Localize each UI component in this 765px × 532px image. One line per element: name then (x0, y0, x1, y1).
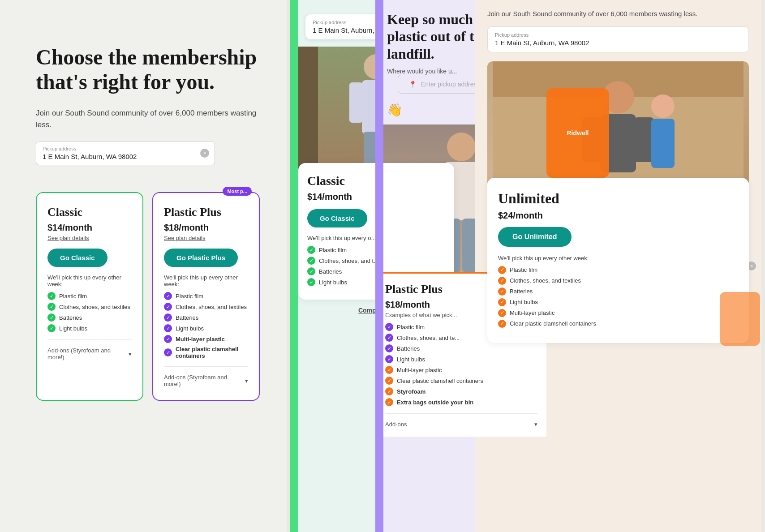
unlimited-feature-5: ✓ Multi-layer plastic (498, 309, 738, 317)
check-icon: ✓ (164, 313, 172, 322)
check-icon: ✓ (385, 334, 393, 342)
unlimited-card: Unlimited $24/month Go Unlimited We'll p… (487, 178, 749, 343)
main-panel: Choose the membership that's right for y… (0, 0, 287, 532)
panel2-go-classic-button[interactable]: Go Classic (307, 209, 367, 227)
unlimited-pickup-text: We'll pick this up every other week: (498, 255, 738, 262)
panel4-address-value: 1 E Main St, Auburn, WA 98002 (495, 39, 589, 47)
panel4-photo: Ridwell (487, 61, 749, 187)
page-subtitle: Join our South Sound community of over 6… (36, 107, 260, 130)
panel4-address-bar[interactable]: Pickup address 1 E Main St, Auburn, WA 9… (487, 26, 749, 52)
purple-accent-bar (375, 0, 383, 532)
panel3-pp-f4: ✓ Light bulbs (385, 355, 537, 363)
panel3-pp-f7: ✓ Styrofoam (385, 387, 537, 395)
plastic-plus-addons-row[interactable]: Add-ons (Styrofoam and more!) ▾ (164, 374, 248, 387)
panel4-address-label: Pickup address (495, 32, 589, 38)
classic-feature-2: ✓ Clothes, shoes, and textiles (47, 303, 132, 311)
classic-plan-name: Classic (47, 206, 132, 219)
check-icon: ✓ (307, 278, 315, 286)
classic-pickup-text: We'll pick this up every other week: (47, 274, 132, 287)
check-icon: ✓ (307, 267, 315, 275)
svg-point-10 (447, 133, 476, 161)
check-icon: ✓ (47, 292, 56, 300)
check-icon: ✓ (164, 324, 172, 332)
unlimited-feature-4: ✓ Light bulbs (498, 298, 738, 306)
classic-feature-1: ✓ Plastic film (47, 292, 132, 300)
svg-rect-30 (720, 292, 760, 346)
check-icon: ✓ (307, 246, 315, 254)
plastic-plus-plan-name: Plastic Plus (164, 206, 248, 219)
check-icon: ✓ (164, 335, 172, 343)
chevron-down-icon: ▾ (129, 351, 132, 357)
most-popular-badge: Most p... (223, 187, 252, 196)
plastic-plus-plan-card: Most p... Plastic Plus $18/month See pla… (152, 192, 260, 401)
check-icon: ✓ (47, 324, 56, 332)
check-icon: ✓ (498, 277, 506, 285)
pp-feature-5: ✓ Multi-layer plastic (164, 335, 248, 343)
plan-cards-row: Classic $14/month See plan details Go Cl… (36, 192, 260, 401)
check-icon: ✓ (385, 366, 393, 374)
check-icon: ✓ (47, 313, 56, 322)
page-title: Choose the membership that's right for y… (36, 45, 260, 94)
unlimited-feature-2: ✓ Clothes, shoes, and textiles (498, 277, 738, 285)
unlimited-feature-3: ✓ Batteries (498, 287, 738, 296)
classic-plan-card: Classic $14/month See plan details Go Cl… (36, 192, 143, 401)
pp-feature-4: ✓ Light bulbs (164, 324, 248, 332)
classic-feature-4: ✓ Light bulbs (47, 324, 132, 332)
check-icon: ✓ (385, 355, 393, 363)
panel3-pp-f6: ✓ Clear plastic clamshell containers (385, 377, 537, 385)
address-value: 1 E Main St, Auburn, WA 98002 (43, 153, 208, 160)
classic-details-link[interactable]: See plan details (47, 235, 132, 241)
svg-rect-27 (651, 119, 675, 168)
bag-svg (718, 287, 761, 350)
chevron-down-icon: ▾ (245, 378, 248, 384)
panel4-photo-svg: Ridwell (487, 61, 749, 187)
classic-addons-row[interactable]: Add-ons (Styrofoam and more!) ▾ (47, 347, 132, 360)
classic-plan-price: $14/month (47, 223, 132, 233)
location-pin-icon: 📍 (409, 81, 417, 88)
svg-text:Ridwell: Ridwell (567, 129, 589, 137)
plastic-plus-pickup-text: We'll pick this up every other week: (164, 274, 248, 287)
go-unlimited-button[interactable]: Go Unlimited (498, 227, 572, 247)
address-label: Pickup address (43, 146, 208, 151)
panel3-pp-f5: ✓ Multi-layer plastic (385, 366, 537, 374)
check-icon: ✓ (47, 303, 56, 311)
svg-rect-2 (349, 82, 363, 123)
check-icon: ✓ (498, 287, 506, 296)
chevron-down-icon: ▾ (534, 421, 537, 428)
pp-feature-2: ✓ Clothes, shoes, and textiles (164, 303, 248, 311)
check-icon: ✓ (385, 344, 393, 352)
classic-feature-3: ✓ Batteries (47, 313, 132, 322)
go-classic-button[interactable]: Go Classic (47, 249, 107, 267)
go-plastic-plus-button[interactable]: Go Plastic Plus (164, 249, 238, 267)
svg-point-26 (651, 94, 675, 118)
check-icon: ✓ (164, 292, 172, 300)
check-icon: ✓ (498, 298, 506, 306)
green-accent-bar (290, 0, 298, 532)
unlimited-feature-6: ✓ Clear plastic clamshell containers (498, 320, 738, 328)
pp-feature-1: ✓ Plastic film (164, 292, 248, 300)
panel4-intro: Join our South Sound community of over 6… (475, 0, 761, 26)
panel-4: Join our South Sound community of over 6… (475, 0, 761, 532)
address-clear-button[interactable]: × (200, 149, 209, 158)
check-icon: ✓ (164, 303, 172, 311)
svg-rect-25 (634, 117, 654, 162)
plastic-plus-plan-price: $18/month (164, 223, 248, 233)
check-icon: ✓ (498, 309, 506, 317)
panel3-pp-f3: ✓ Batteries (385, 344, 537, 352)
check-icon: ✓ (385, 323, 393, 331)
unlimited-plan-price: $24/month (498, 210, 738, 221)
plastic-plus-details-link[interactable]: See plan details (164, 235, 248, 241)
pp-feature-3: ✓ Batteries (164, 313, 248, 322)
check-icon: ✓ (385, 377, 393, 385)
pp-feature-6: ✓ Clear plastic clamshell containers (164, 346, 248, 359)
unlimited-feature-1: ✓ Plastic film (498, 266, 738, 274)
check-icon: ✓ (498, 320, 506, 328)
check-icon: ✓ (307, 257, 315, 265)
check-icon: ✓ (385, 398, 393, 406)
check-icon: ✓ (164, 348, 172, 356)
address-input-wrapper[interactable]: Pickup address 1 E Main St, Auburn, WA 9… (36, 141, 215, 165)
panel3-pp-f8: ✓ Extra bags outside your bin (385, 398, 537, 406)
panel3-addons[interactable]: Add-ons ▾ (385, 421, 537, 428)
check-icon: ✓ (498, 266, 506, 274)
unlimited-plan-name: Unlimited (498, 190, 738, 207)
